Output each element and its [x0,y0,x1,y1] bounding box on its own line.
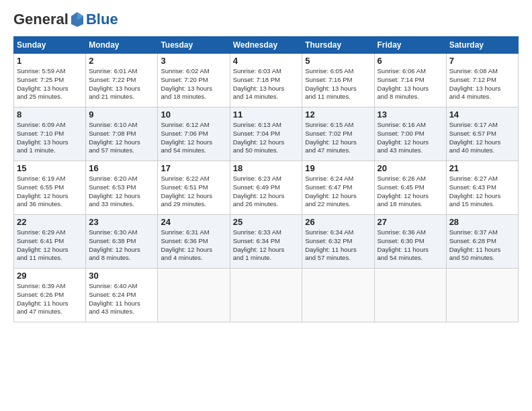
logo-blue-text: Blue [86,11,118,28]
calendar-cell: 11Sunrise: 6:13 AM Sunset: 7:04 PM Dayli… [230,107,302,161]
weekday-header-sunday: Sunday [14,37,86,54]
day-number: 21 [449,163,515,173]
day-info: Sunrise: 6:19 AM Sunset: 6:55 PM Dayligh… [17,175,83,209]
day-info: Sunrise: 6:36 AM Sunset: 6:30 PM Dayligh… [378,228,443,263]
calendar-cell [230,269,302,322]
calendar-cell: 12Sunrise: 6:15 AM Sunset: 7:02 PM Dayli… [302,107,374,161]
day-number: 16 [89,163,154,173]
calendar-cell: 1Sunrise: 5:59 AM Sunset: 7:25 PM Daylig… [14,54,86,107]
day-number: 19 [305,163,371,173]
weekday-header-monday: Monday [86,37,158,54]
day-info: Sunrise: 6:10 AM Sunset: 7:08 PM Dayligh… [89,121,154,155]
day-info: Sunrise: 6:39 AM Sunset: 6:26 PM Dayligh… [17,282,83,316]
calendar-cell: 15Sunrise: 6:19 AM Sunset: 6:55 PM Dayli… [14,161,86,215]
calendar-cell [158,269,230,322]
day-number: 6 [378,56,443,66]
calendar-cell: 3Sunrise: 6:02 AM Sunset: 7:20 PM Daylig… [158,54,230,107]
day-info: Sunrise: 6:09 AM Sunset: 7:10 PM Dayligh… [17,121,83,155]
day-info: Sunrise: 6:31 AM Sunset: 6:36 PM Dayligh… [161,228,226,263]
calendar-cell: 20Sunrise: 6:26 AM Sunset: 6:45 PM Dayli… [374,161,446,215]
day-info: Sunrise: 6:15 AM Sunset: 7:02 PM Dayligh… [305,121,371,155]
calendar-cell: 14Sunrise: 6:17 AM Sunset: 6:57 PM Dayli… [446,107,518,161]
day-info: Sunrise: 6:13 AM Sunset: 7:04 PM Dayligh… [233,121,300,155]
header: General Blue [13,11,519,28]
calendar-cell [374,269,446,322]
calendar-cell: 30Sunrise: 6:40 AM Sunset: 6:24 PM Dayli… [86,269,158,322]
day-number: 9 [89,109,154,120]
day-number: 29 [17,271,83,281]
calendar-cell: 26Sunrise: 6:34 AM Sunset: 6:32 PM Dayli… [302,215,374,269]
weekday-header-saturday: Saturday [446,37,518,54]
calendar-cell: 29Sunrise: 6:39 AM Sunset: 6:26 PM Dayli… [14,269,86,322]
day-info: Sunrise: 6:03 AM Sunset: 7:18 PM Dayligh… [233,67,300,101]
calendar-table: SundayMondayTuesdayWednesdayThursdayFrid… [13,36,519,322]
logo: General Blue [13,11,118,28]
day-number: 20 [378,163,443,173]
day-info: Sunrise: 6:12 AM Sunset: 7:06 PM Dayligh… [161,121,226,155]
day-info: Sunrise: 6:22 AM Sunset: 6:51 PM Dayligh… [161,175,226,209]
day-number: 11 [233,109,300,120]
calendar-cell: 6Sunrise: 6:06 AM Sunset: 7:14 PM Daylig… [374,54,446,107]
calendar-cell: 7Sunrise: 6:08 AM Sunset: 7:12 PM Daylig… [446,54,518,107]
calendar-cell: 18Sunrise: 6:23 AM Sunset: 6:49 PM Dayli… [230,161,302,215]
day-number: 30 [89,271,154,281]
calendar-cell: 17Sunrise: 6:22 AM Sunset: 6:51 PM Dayli… [158,161,230,215]
calendar-cell: 9Sunrise: 6:10 AM Sunset: 7:08 PM Daylig… [86,107,158,161]
day-info: Sunrise: 6:17 AM Sunset: 6:57 PM Dayligh… [449,121,515,155]
calendar-cell: 24Sunrise: 6:31 AM Sunset: 6:36 PM Dayli… [158,215,230,269]
calendar-cell: 28Sunrise: 6:37 AM Sunset: 6:28 PM Dayli… [446,215,518,269]
day-info: Sunrise: 6:16 AM Sunset: 7:00 PM Dayligh… [378,121,443,155]
calendar-cell [302,269,374,322]
day-number: 7 [449,56,515,66]
calendar-cell: 23Sunrise: 6:30 AM Sunset: 6:38 PM Dayli… [86,215,158,269]
day-number: 26 [305,217,371,227]
day-info: Sunrise: 6:30 AM Sunset: 6:38 PM Dayligh… [89,228,154,263]
day-info: Sunrise: 6:29 AM Sunset: 6:41 PM Dayligh… [17,228,83,263]
calendar-cell: 25Sunrise: 6:33 AM Sunset: 6:34 PM Dayli… [230,215,302,269]
calendar-cell: 10Sunrise: 6:12 AM Sunset: 7:06 PM Dayli… [158,107,230,161]
day-info: Sunrise: 6:27 AM Sunset: 6:43 PM Dayligh… [449,175,515,209]
day-number: 17 [161,163,226,173]
day-info: Sunrise: 6:24 AM Sunset: 6:47 PM Dayligh… [305,175,371,209]
day-number: 1 [17,56,83,66]
day-info: Sunrise: 6:34 AM Sunset: 6:32 PM Dayligh… [305,228,371,263]
weekday-header-row: SundayMondayTuesdayWednesdayThursdayFrid… [14,37,519,54]
calendar-cell: 8Sunrise: 6:09 AM Sunset: 7:10 PM Daylig… [14,107,86,161]
day-info: Sunrise: 5:59 AM Sunset: 7:25 PM Dayligh… [17,67,83,101]
day-info: Sunrise: 6:33 AM Sunset: 6:34 PM Dayligh… [233,228,300,263]
logo-general-text: General [13,11,69,28]
weekday-header-thursday: Thursday [302,37,374,54]
calendar-cell [446,269,518,322]
day-info: Sunrise: 6:20 AM Sunset: 6:53 PM Dayligh… [89,175,154,209]
day-number: 22 [17,217,83,227]
calendar-week-4: 22Sunrise: 6:29 AM Sunset: 6:41 PM Dayli… [14,215,519,269]
calendar-week-1: 1Sunrise: 5:59 AM Sunset: 7:25 PM Daylig… [14,54,519,107]
calendar-cell: 13Sunrise: 6:16 AM Sunset: 7:00 PM Dayli… [374,107,446,161]
day-info: Sunrise: 6:08 AM Sunset: 7:12 PM Dayligh… [449,67,515,101]
day-number: 8 [17,109,83,120]
calendar-cell: 19Sunrise: 6:24 AM Sunset: 6:47 PM Dayli… [302,161,374,215]
day-number: 24 [161,217,226,227]
page-container: General Blue SundayMondayTuesdayWednesda… [0,0,532,329]
calendar-cell: 21Sunrise: 6:27 AM Sunset: 6:43 PM Dayli… [446,161,518,215]
calendar-cell: 2Sunrise: 6:01 AM Sunset: 7:22 PM Daylig… [86,54,158,107]
day-number: 4 [233,56,300,66]
day-number: 12 [305,109,371,120]
calendar-body: 1Sunrise: 5:59 AM Sunset: 7:25 PM Daylig… [14,54,519,322]
day-number: 25 [233,217,300,227]
day-info: Sunrise: 6:02 AM Sunset: 7:20 PM Dayligh… [161,67,226,101]
day-number: 13 [378,109,443,120]
weekday-header-friday: Friday [374,37,446,54]
day-number: 3 [161,56,226,66]
day-number: 18 [233,163,300,173]
day-number: 2 [89,56,154,66]
day-info: Sunrise: 6:26 AM Sunset: 6:45 PM Dayligh… [378,175,443,209]
day-number: 14 [449,109,515,120]
day-number: 10 [161,109,226,120]
calendar-cell: 5Sunrise: 6:05 AM Sunset: 7:16 PM Daylig… [302,54,374,107]
calendar-cell: 4Sunrise: 6:03 AM Sunset: 7:18 PM Daylig… [230,54,302,107]
calendar-cell: 16Sunrise: 6:20 AM Sunset: 6:53 PM Dayli… [86,161,158,215]
day-info: Sunrise: 6:40 AM Sunset: 6:24 PM Dayligh… [89,282,154,316]
day-number: 5 [305,56,371,66]
weekday-header-tuesday: Tuesday [158,37,230,54]
